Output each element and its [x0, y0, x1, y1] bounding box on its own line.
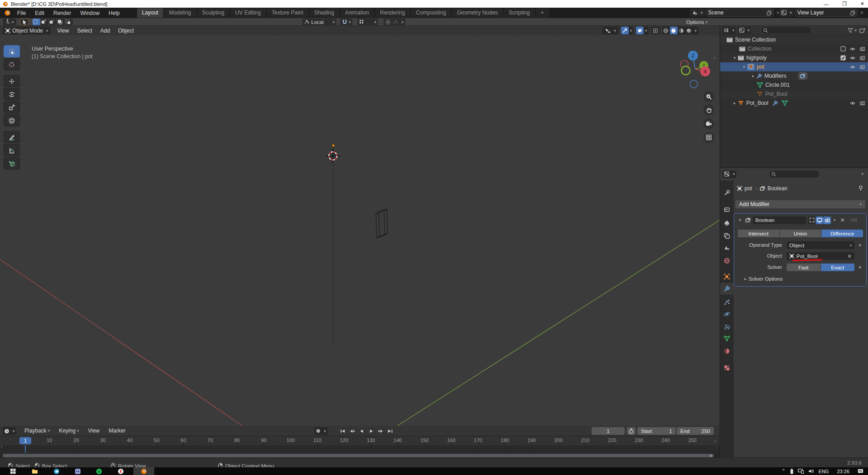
snap-toggle-button[interactable]: ▾ [340, 19, 352, 25]
outliner-row-collection[interactable]: Collection [720, 44, 868, 53]
play-button[interactable] [367, 427, 375, 435]
view-layer-name-field[interactable]: View Layer [795, 9, 858, 17]
shading-material-button[interactable] [678, 27, 685, 34]
shading-dropdown[interactable]: ▾ [695, 28, 697, 33]
timeline-ruler[interactable]: 1020304050607080901001101201301401501601… [0, 436, 720, 445]
snap-target-dropdown[interactable]: ▾ [357, 19, 378, 25]
timeline-menu-view[interactable]: View [83, 428, 104, 434]
scene-name-field[interactable]: Scene [706, 9, 774, 17]
timeline-menu-marker[interactable]: Marker [104, 428, 130, 434]
camera-icon[interactable] [859, 55, 865, 61]
tool-scale[interactable] [4, 101, 20, 113]
workspace-tab-shading[interactable]: Shading [309, 8, 339, 18]
animate-dot[interactable] [859, 266, 861, 268]
playhead-current-frame[interactable]: 1 [19, 437, 31, 444]
chk-off-icon[interactable] [840, 46, 846, 52]
jump-end-button[interactable] [386, 427, 394, 435]
gizmo-dropdown[interactable]: ▾ [630, 28, 632, 33]
camera-view-button[interactable] [703, 118, 714, 129]
edit-mode-toggle[interactable] [808, 216, 816, 224]
restore-button[interactable]: ❐ [842, 1, 847, 7]
viewport-menu-view[interactable]: View [53, 28, 73, 34]
properties-tab-modifiers[interactable] [720, 283, 734, 295]
taskbar-app-telegram[interactable] [46, 467, 67, 475]
tool-measure[interactable] [4, 144, 20, 156]
properties-tab-output[interactable] [720, 217, 734, 229]
tool-select-box[interactable] [4, 45, 20, 57]
viewport-3d[interactable]: User Perspective (1) Scene Collection | … [0, 35, 720, 433]
workspace-tab-sculpting[interactable]: Sculpting [197, 8, 229, 18]
properties-tab-render[interactable] [720, 204, 734, 216]
expanded-arrow-icon[interactable]: ▾ [741, 65, 747, 69]
notification-center-icon[interactable] [858, 469, 863, 474]
taskbar-app-explorer[interactable] [24, 467, 45, 475]
clock-time[interactable]: 23:26 [837, 469, 849, 474]
viewport-menu-object[interactable]: Object [114, 28, 138, 34]
properties-tab-world[interactable] [720, 255, 734, 267]
selectability-dropdown[interactable]: ▾ [602, 27, 618, 34]
jump-start-button[interactable] [338, 427, 347, 435]
solver-exact-button[interactable]: Exact [821, 263, 855, 271]
pan-hand-button[interactable] [703, 104, 714, 115]
operation-difference-button[interactable]: Difference [821, 230, 863, 237]
toggle-ortho-button[interactable] [703, 132, 714, 143]
drag-handle-icon[interactable] [850, 218, 857, 222]
display-mode-button[interactable]: ▾ [738, 27, 751, 34]
workspace-tab-modeling[interactable]: Modeling [164, 8, 196, 18]
breadcrumb-modifier[interactable]: Boolean [768, 185, 787, 192]
collapsed-arrow-icon[interactable]: ▸ [750, 74, 756, 78]
taskbar-app-browser[interactable] [110, 467, 131, 475]
scrollbar-zoom-handle[interactable] [710, 455, 712, 457]
expanded-arrow-icon[interactable]: ▾ [731, 56, 738, 60]
properties-tab-texture[interactable] [720, 362, 734, 374]
properties-tab-material[interactable] [720, 345, 734, 357]
eye-icon[interactable] [849, 100, 856, 106]
menu-window[interactable]: Window [76, 10, 104, 16]
properties-tab-scene[interactable] [720, 242, 734, 254]
battery-icon[interactable] [790, 469, 793, 474]
active-tool-indicator[interactable] [20, 19, 29, 25]
remove-modifier-button[interactable]: ✕ [840, 217, 845, 223]
eye-icon[interactable] [849, 55, 856, 61]
minimize-button[interactable]: — [824, 1, 829, 7]
transform-orientation-dropdown[interactable]: Local ▾ [302, 19, 337, 25]
properties-editor-type-button[interactable]: ▾ [722, 170, 736, 178]
view-layer-browse-button[interactable]: ▾ [779, 9, 794, 17]
record-button[interactable] [314, 427, 322, 435]
properties-tab-object[interactable] [720, 271, 734, 282]
outliner-row-highpoly[interactable]: ▾highpoly [720, 53, 868, 62]
tool-move[interactable] [4, 75, 20, 87]
breadcrumb-object[interactable]: pot [745, 185, 752, 192]
gizmo-minus-z[interactable] [690, 80, 698, 88]
gizmos-toggle-group[interactable]: ▾ [621, 27, 634, 34]
timeline-editor-type-button[interactable]: ▾ [3, 427, 16, 435]
shading-solid-button[interactable] [670, 27, 678, 34]
taskbar-app-discord[interactable] [67, 467, 88, 475]
language-indicator[interactable]: ENG [819, 469, 829, 474]
playhead-line[interactable] [25, 445, 26, 453]
keying-dropdown[interactable]: ▾ [324, 429, 326, 433]
menu-render[interactable]: Render [49, 10, 76, 16]
new-scene-icon[interactable] [767, 10, 772, 15]
shading-wireframe-button[interactable] [662, 27, 670, 34]
modifier-name-field[interactable]: Boolean [753, 216, 806, 224]
tool-add-cube[interactable] [4, 157, 20, 169]
collapsed-arrow-icon[interactable]: ▸ [731, 101, 738, 105]
workspace-tab-texture-paint[interactable]: Texture Paint [267, 8, 308, 18]
tool-cursor[interactable] [4, 58, 20, 71]
zoom-button[interactable] [703, 91, 714, 102]
clear-object-icon[interactable]: ✕ [847, 253, 852, 259]
prev-keyframe-button[interactable] [348, 427, 356, 435]
proportional-editing-group[interactable]: ▾ [384, 19, 405, 25]
new-collection-icon[interactable] [859, 28, 865, 33]
select-mode-set[interactable] [33, 19, 40, 25]
select-mode-intersect[interactable] [65, 19, 73, 25]
show-overlays-toggle[interactable] [636, 27, 644, 34]
menu-help[interactable]: Help [104, 10, 124, 16]
taskbar-app-blender[interactable] [133, 467, 154, 475]
tool-annotate[interactable] [4, 131, 20, 143]
play-reverse-button[interactable] [357, 427, 366, 435]
expand-region-arrow[interactable]: › [1, 444, 2, 449]
workspace-tab-uv-editing[interactable]: UV Editing [230, 8, 266, 18]
timeline-menu-playback[interactable]: Playback▾ [20, 428, 54, 434]
